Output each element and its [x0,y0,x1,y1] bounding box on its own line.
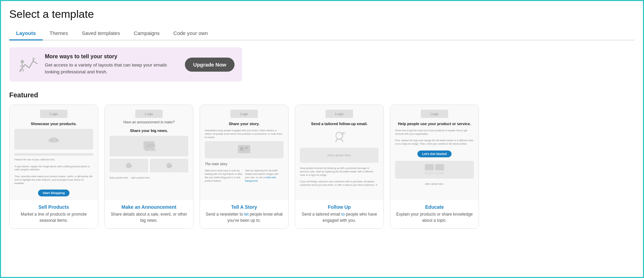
template-name-3: Tell A Story [204,204,284,210]
preview-logo-2: Logo [135,110,163,118]
template-card-tell-story[interactable]: Logo Share your story. Newsletters keep … [200,105,289,229]
featured-section: Featured Logo Showcase your products. Fe… [9,91,635,229]
template-card-sell-products[interactable]: Logo Showcase your products. Feature the… [9,105,98,229]
template-preview-story: Logo Share your story. Newsletters keep … [200,105,288,200]
svg-rect-25 [435,172,444,174]
svg-rect-23 [435,164,444,170]
preview-small-text-5b: Add a photo here. [395,182,474,186]
template-desc-2: Share details about a sale, event, or ot… [109,211,189,223]
preview-image-3 [205,141,283,158]
preview-logo-1: Logo [40,110,67,118]
preview-col-3b: Start by replacing the full-width header… [245,169,284,182]
banner-illustration [17,53,39,75]
svg-point-21 [336,132,343,139]
template-preview-educate: Logo Help people use your product or ser… [390,105,479,200]
svg-rect-17 [238,145,250,153]
preview-headline-5: Help people use your product or service. [395,122,474,126]
preview-italic-3: The main story [205,162,283,166]
page-title: Select a template [9,8,635,21]
templates-grid: Logo Showcase your products. Feature the… [9,105,635,229]
banner-description: Get access to a variety of layouts that … [45,62,179,75]
template-preview-announcement: Logo Have an announcement to make? Share… [105,105,193,200]
template-desc-1: Market a line of products or promote sea… [14,211,94,223]
template-info-4: Follow Up Send a tailored email to peopl… [295,200,383,228]
preview-text-1a [14,153,93,156]
preview-image-1 [14,129,93,149]
tabs-nav: Layouts Themes Saved templates Campaigns… [9,27,635,40]
template-desc-4: Send a tailored email to people who have… [299,211,379,223]
svg-marker-2 [33,58,36,60]
upgrade-button[interactable]: Upgrade Now [185,58,235,72]
preview-headline-2: Share your big news. [110,129,188,133]
preview-logo-4: Logo [326,110,353,118]
template-card-follow-up[interactable]: Logo Send a tailored follow-up email. Ad… [295,105,384,229]
template-preview-sell-products: Logo Showcase your products. Feature the… [10,105,98,200]
template-info-5: Educate Explain your products or share k… [390,200,479,228]
template-name-4: Follow Up [299,204,379,210]
preview-small-text-5a: Show how to get the most out of your pro… [395,129,474,146]
preview-logo-3: Logo [230,110,258,118]
svg-line-8 [22,68,24,71]
banner-text: More ways to tell your story Get access … [45,53,179,75]
preview-small-text-3a: Newsletters keep people engaged with you… [205,129,283,139]
banner-title: More ways to tell your story [45,53,179,60]
preview-image-2: 10% Add a photo here. [110,136,188,156]
preview-cta-1: Start Shopping [38,190,70,196]
tab-campaigns[interactable]: Campaigns [127,27,166,40]
svg-text:50%: 50% [127,165,132,168]
preview-headline-3: Share your story. [205,122,283,126]
svg-rect-20 [245,149,248,150]
preview-italic-2: Have an announcement to make? [110,120,188,124]
template-desc-5: Explain your products or share knowledge… [394,211,475,223]
preview-headline-1: Showcase your products. [14,122,93,126]
preview-image-5 [395,161,474,179]
preview-icon-4 [300,129,379,145]
svg-rect-19 [245,147,248,149]
template-name-1: Sell Products [14,204,94,210]
template-card-make-announcement[interactable]: Logo Have an announcement to make? Share… [104,105,193,229]
svg-rect-22 [425,164,434,170]
preview-image-4: Add a photo here. [300,148,379,163]
tab-layouts[interactable]: Layouts [9,27,43,40]
template-name-5: Educate [394,204,475,210]
tab-code-your-own[interactable]: Code your own [166,27,215,40]
template-info-2: Make an Announcement Share details about… [105,200,193,228]
template-desc-3: Send a newsletter to let people know wha… [204,211,284,223]
preview-cta-5: Let's Get Started [417,150,452,157]
template-info-1: Sell Products Market a line of products … [10,200,98,228]
svg-text:Add a photo here.: Add a photo here. [145,149,156,152]
tab-themes[interactable]: Themes [43,27,75,40]
preview-col-3a: Make your email easy to scan by leading … [205,169,243,182]
svg-rect-24 [425,172,434,174]
svg-text:10%: 10% [146,143,156,148]
preview-small-text-1: Feature the star of your collection firs… [14,158,93,185]
svg-rect-18 [240,147,243,150]
template-preview-followup: Logo Send a tailored follow-up email. Ad… [295,105,383,200]
upgrade-banner: More ways to tell your story Get access … [9,47,242,82]
preview-two-col-2: 50% 50% [110,159,188,172]
preview-logo-5: Logo [421,110,448,118]
preview-img-2a: 50% [110,159,148,172]
template-card-educate[interactable]: Logo Help people use your product or ser… [390,105,479,229]
svg-text:50%: 50% [167,165,173,168]
template-info-3: Tell A Story Send a newsletter to let pe… [200,200,288,228]
preview-two-col-3: Make your email easy to scan by leading … [205,169,283,182]
preview-small-text-4: Keep people involved by following up wit… [300,167,379,187]
svg-rect-0 [17,53,39,75]
preview-small-text-2: Add a photo here. Add a photo here. [110,176,188,180]
featured-section-title: Featured [9,91,635,99]
preview-headline-4: Send a tailored follow-up email. [300,122,379,126]
tab-saved-templates[interactable]: Saved templates [75,27,127,40]
preview-img-2b: 50% [150,159,189,172]
template-name-2: Make an Announcement [109,204,189,210]
